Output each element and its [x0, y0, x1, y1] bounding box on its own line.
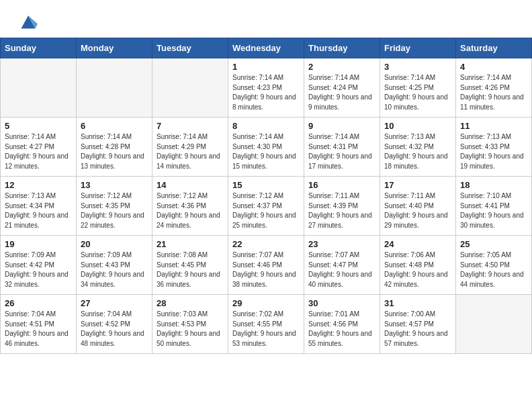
calendar-cell: 19Sunrise: 7:09 AMSunset: 4:42 PMDayligh…	[1, 236, 77, 295]
calendar-day-header: Tuesday	[152, 38, 228, 58]
calendar-cell	[456, 295, 532, 354]
day-info: Sunrise: 7:02 AMSunset: 4:55 PMDaylight:…	[232, 310, 300, 349]
calendar-cell: 16Sunrise: 7:11 AMSunset: 4:39 PMDayligh…	[304, 177, 380, 236]
day-info: Sunrise: 7:07 AMSunset: 4:46 PMDaylight:…	[232, 250, 300, 289]
day-info: Sunrise: 7:09 AMSunset: 4:42 PMDaylight:…	[5, 250, 72, 289]
day-info: Sunrise: 7:04 AMSunset: 4:51 PMDaylight:…	[5, 310, 72, 349]
day-info: Sunrise: 7:07 AMSunset: 4:47 PMDaylight:…	[308, 250, 375, 289]
logo-icon	[19, 12, 38, 31]
day-number: 10	[384, 121, 451, 131]
calendar-day-header: Friday	[380, 38, 456, 58]
calendar-cell: 2Sunrise: 7:14 AMSunset: 4:24 PMDaylight…	[304, 58, 380, 118]
calendar-cell: 8Sunrise: 7:14 AMSunset: 4:30 PMDaylight…	[228, 118, 304, 177]
day-info: Sunrise: 7:11 AMSunset: 4:39 PMDaylight:…	[308, 191, 375, 230]
calendar-week-row: 19Sunrise: 7:09 AMSunset: 4:42 PMDayligh…	[1, 236, 532, 295]
calendar-cell: 15Sunrise: 7:12 AMSunset: 4:37 PMDayligh…	[228, 177, 304, 236]
calendar-cell: 22Sunrise: 7:07 AMSunset: 4:46 PMDayligh…	[228, 236, 304, 295]
calendar-cell	[77, 58, 152, 118]
day-number: 19	[5, 239, 72, 249]
day-number: 28	[157, 298, 224, 308]
day-number: 18	[460, 180, 527, 190]
calendar-cell: 28Sunrise: 7:03 AMSunset: 4:53 PMDayligh…	[152, 295, 228, 354]
calendar-cell: 27Sunrise: 7:04 AMSunset: 4:52 PMDayligh…	[77, 295, 152, 354]
logo	[16, 12, 38, 31]
calendar-cell: 14Sunrise: 7:12 AMSunset: 4:36 PMDayligh…	[152, 177, 228, 236]
day-info: Sunrise: 7:12 AMSunset: 4:36 PMDaylight:…	[157, 191, 224, 230]
day-info: Sunrise: 7:13 AMSunset: 4:33 PMDaylight:…	[460, 132, 527, 171]
day-number: 13	[81, 180, 148, 190]
calendar-week-row: 12Sunrise: 7:13 AMSunset: 4:34 PMDayligh…	[1, 177, 532, 236]
day-info: Sunrise: 7:08 AMSunset: 4:45 PMDaylight:…	[157, 250, 224, 289]
day-info: Sunrise: 7:14 AMSunset: 4:27 PMDaylight:…	[5, 132, 72, 171]
day-number: 16	[308, 180, 375, 190]
day-number: 3	[384, 62, 451, 72]
day-info: Sunrise: 7:14 AMSunset: 4:25 PMDaylight:…	[384, 73, 451, 112]
day-number: 1	[232, 62, 300, 72]
calendar-day-header: Sunday	[1, 38, 77, 58]
calendar-week-row: 5Sunrise: 7:14 AMSunset: 4:27 PMDaylight…	[1, 118, 532, 177]
calendar-cell: 24Sunrise: 7:06 AMSunset: 4:48 PMDayligh…	[380, 236, 456, 295]
day-info: Sunrise: 7:14 AMSunset: 4:23 PMDaylight:…	[232, 73, 300, 112]
day-info: Sunrise: 7:03 AMSunset: 4:53 PMDaylight:…	[157, 310, 224, 349]
calendar-day-header: Saturday	[456, 38, 532, 58]
day-info: Sunrise: 7:14 AMSunset: 4:28 PMDaylight:…	[81, 132, 148, 171]
calendar-week-row: 1Sunrise: 7:14 AMSunset: 4:23 PMDaylight…	[1, 58, 532, 118]
day-number: 24	[384, 239, 451, 249]
day-info: Sunrise: 7:04 AMSunset: 4:52 PMDaylight:…	[81, 310, 148, 349]
day-number: 11	[460, 121, 527, 131]
day-info: Sunrise: 7:14 AMSunset: 4:29 PMDaylight:…	[157, 132, 224, 171]
calendar-cell: 5Sunrise: 7:14 AMSunset: 4:27 PMDaylight…	[1, 118, 77, 177]
calendar-cell: 9Sunrise: 7:14 AMSunset: 4:31 PMDaylight…	[304, 118, 380, 177]
day-number: 12	[5, 180, 72, 190]
day-info: Sunrise: 7:14 AMSunset: 4:26 PMDaylight:…	[460, 73, 527, 112]
day-info: Sunrise: 7:01 AMSunset: 4:56 PMDaylight:…	[308, 310, 375, 349]
calendar-cell: 6Sunrise: 7:14 AMSunset: 4:28 PMDaylight…	[77, 118, 152, 177]
calendar-header-row: SundayMondayTuesdayWednesdayThursdayFrid…	[1, 38, 532, 58]
calendar-cell: 30Sunrise: 7:01 AMSunset: 4:56 PMDayligh…	[304, 295, 380, 354]
day-info: Sunrise: 7:00 AMSunset: 4:57 PMDaylight:…	[384, 310, 451, 349]
calendar-cell	[152, 58, 228, 118]
calendar-cell: 31Sunrise: 7:00 AMSunset: 4:57 PMDayligh…	[380, 295, 456, 354]
calendar-cell: 29Sunrise: 7:02 AMSunset: 4:55 PMDayligh…	[228, 295, 304, 354]
day-info: Sunrise: 7:10 AMSunset: 4:41 PMDaylight:…	[460, 191, 527, 230]
calendar-cell: 10Sunrise: 7:13 AMSunset: 4:32 PMDayligh…	[380, 118, 456, 177]
calendar-cell: 18Sunrise: 7:10 AMSunset: 4:41 PMDayligh…	[456, 177, 532, 236]
day-number: 26	[5, 298, 72, 308]
header	[0, 0, 532, 38]
day-number: 31	[384, 298, 451, 308]
calendar-cell: 4Sunrise: 7:14 AMSunset: 4:26 PMDaylight…	[456, 58, 532, 118]
calendar-week-row: 26Sunrise: 7:04 AMSunset: 4:51 PMDayligh…	[1, 295, 532, 354]
day-number: 14	[157, 180, 224, 190]
calendar-cell: 11Sunrise: 7:13 AMSunset: 4:33 PMDayligh…	[456, 118, 532, 177]
calendar-cell: 25Sunrise: 7:05 AMSunset: 4:50 PMDayligh…	[456, 236, 532, 295]
calendar-cell: 26Sunrise: 7:04 AMSunset: 4:51 PMDayligh…	[1, 295, 77, 354]
day-number: 23	[308, 239, 375, 249]
day-info: Sunrise: 7:06 AMSunset: 4:48 PMDaylight:…	[384, 250, 451, 289]
calendar-cell: 13Sunrise: 7:12 AMSunset: 4:35 PMDayligh…	[77, 177, 152, 236]
calendar-cell	[1, 58, 77, 118]
page: SundayMondayTuesdayWednesdayThursdayFrid…	[0, 0, 532, 354]
calendar-day-header: Wednesday	[228, 38, 304, 58]
day-info: Sunrise: 7:13 AMSunset: 4:34 PMDaylight:…	[5, 191, 72, 230]
calendar-cell: 1Sunrise: 7:14 AMSunset: 4:23 PMDaylight…	[228, 58, 304, 118]
day-number: 25	[460, 239, 527, 249]
day-number: 21	[157, 239, 224, 249]
day-info: Sunrise: 7:05 AMSunset: 4:50 PMDaylight:…	[460, 250, 527, 289]
calendar-day-header: Thursday	[304, 38, 380, 58]
day-number: 22	[232, 239, 300, 249]
calendar-cell: 21Sunrise: 7:08 AMSunset: 4:45 PMDayligh…	[152, 236, 228, 295]
calendar-cell: 23Sunrise: 7:07 AMSunset: 4:47 PMDayligh…	[304, 236, 380, 295]
day-number: 29	[232, 298, 300, 308]
day-number: 9	[308, 121, 375, 131]
day-info: Sunrise: 7:14 AMSunset: 4:30 PMDaylight:…	[232, 132, 300, 171]
day-number: 17	[384, 180, 451, 190]
day-number: 20	[81, 239, 148, 249]
calendar-cell: 7Sunrise: 7:14 AMSunset: 4:29 PMDaylight…	[152, 118, 228, 177]
day-number: 6	[81, 121, 148, 131]
day-info: Sunrise: 7:13 AMSunset: 4:32 PMDaylight:…	[384, 132, 451, 171]
day-info: Sunrise: 7:11 AMSunset: 4:40 PMDaylight:…	[384, 191, 451, 230]
calendar-cell: 3Sunrise: 7:14 AMSunset: 4:25 PMDaylight…	[380, 58, 456, 118]
day-number: 27	[81, 298, 148, 308]
day-info: Sunrise: 7:09 AMSunset: 4:43 PMDaylight:…	[81, 250, 148, 289]
calendar-cell: 17Sunrise: 7:11 AMSunset: 4:40 PMDayligh…	[380, 177, 456, 236]
